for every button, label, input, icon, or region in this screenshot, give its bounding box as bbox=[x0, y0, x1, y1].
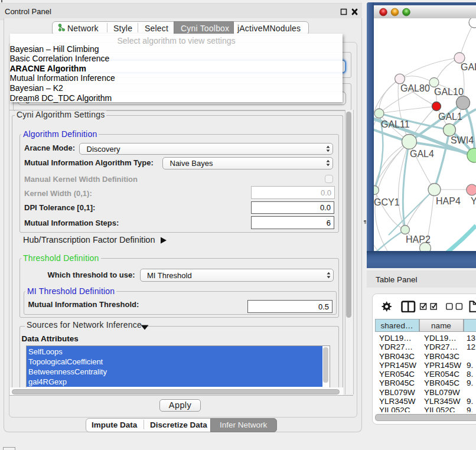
svg-text:GAL10: GAL10 bbox=[434, 87, 464, 97]
svg-text:GAL80: GAL80 bbox=[400, 83, 430, 93]
svg-text:HAP4: HAP4 bbox=[436, 196, 461, 206]
svg-text:GAL11: GAL11 bbox=[381, 119, 410, 129]
svg-text:GCY1: GCY1 bbox=[374, 197, 400, 207]
svg-text:GAL: GAL bbox=[461, 62, 476, 72]
svg-text:HAP2: HAP2 bbox=[406, 234, 431, 244]
svg-text:Y: Y bbox=[471, 196, 476, 206]
svg-text:GAL1: GAL1 bbox=[438, 112, 462, 122]
svg-text:SWI4: SWI4 bbox=[451, 135, 474, 145]
svg-text:GAL4: GAL4 bbox=[410, 149, 434, 159]
